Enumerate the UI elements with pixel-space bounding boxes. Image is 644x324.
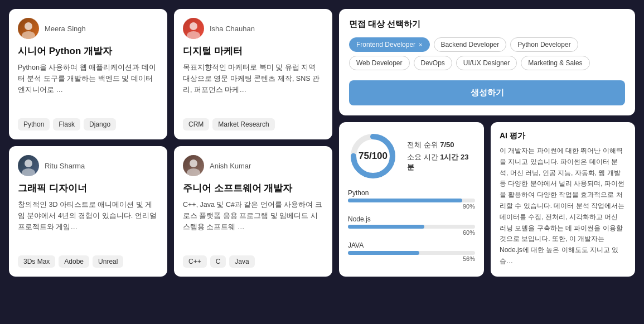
- card-anish: Anish Kumar 주니어 소프트웨어 개발자 C++, Java 및 C#…: [174, 146, 332, 277]
- svg-point-4: [25, 159, 32, 167]
- chip-frontend-developer[interactable]: Frontend Developer ×: [349, 37, 430, 52]
- card-desc: C++, Java 및 C#과 같은 언어를 사용하여 크로스 플랫폼 응용 프…: [183, 199, 323, 249]
- person-name: Meera Singh: [45, 25, 86, 33]
- card-header: Meera Singh: [18, 18, 158, 39]
- chip-ui/ux-designer[interactable]: UI/UX Designer: [456, 56, 517, 70]
- card-header: Isha Chauhan: [183, 18, 323, 39]
- tag: C: [210, 255, 226, 268]
- generate-button[interactable]: 생성하기: [349, 80, 625, 105]
- chip-web-developer[interactable]: Web Developer: [349, 56, 410, 70]
- tag: Adobe: [59, 255, 89, 268]
- donut-chart: 75/100: [348, 131, 398, 181]
- right-panel: 면접 대상 선택하기 Frontend Developer ×Backend D…: [339, 9, 635, 277]
- card-isha: Isha Chauhan 디지털 마케터 목표지향적인 마케터로 북미 및 유럽…: [174, 9, 332, 139]
- svg-point-6: [190, 159, 197, 167]
- avatar: [18, 155, 39, 176]
- skill-pct: 56%: [348, 255, 475, 262]
- bottom-row: 75/100 전체 순위 7/50 소요 시간 1시간 23분 Pytho: [339, 122, 635, 277]
- skill-label: JAVA: [348, 241, 475, 249]
- rank-info: 전체 순위 7/50 소요 시간 1시간 23분: [407, 140, 475, 172]
- skill-bar-fill: [348, 199, 462, 202]
- skill-label: Node.js: [348, 215, 475, 223]
- person-name: Anish Kumar: [210, 162, 251, 170]
- tag: Java: [229, 255, 254, 268]
- skill-bar-java: JAVA 56%: [348, 241, 475, 262]
- card-title: 주니어 소프트웨어 개발자: [183, 182, 323, 195]
- tags: CRMMarket Research: [183, 118, 323, 130]
- ai-text: 이 개발자는 파이썬에 대한 뛰어난 이해력을 지니고 있습니다. 파이썬은 데…: [500, 146, 626, 267]
- card-header: Ritu Sharma: [18, 155, 158, 176]
- tags: 3Ds MaxAdobeUnreal: [18, 255, 158, 268]
- tag: 3Ds Max: [18, 255, 55, 268]
- tags: PythonFlaskDjango: [18, 118, 158, 130]
- score-top: 75/100 전체 순위 7/50 소요 시간 1시간 23분: [348, 131, 475, 181]
- tags: C++CJava: [183, 255, 323, 268]
- skill-bar-bg: [348, 225, 475, 229]
- skill-bar-node.js: Node.js 60%: [348, 215, 475, 236]
- svg-point-7: [187, 168, 200, 176]
- chip-marketing-&-sales[interactable]: Marketing & Sales: [521, 56, 589, 70]
- tag: Market Research: [212, 118, 274, 130]
- left-panel: Meera Singh 시니어 Python 개발자 Python을 사용하여 …: [9, 9, 332, 277]
- chip-python-developer[interactable]: Python Developer: [510, 37, 578, 52]
- interview-card: 면접 대상 선택하기 Frontend Developer ×Backend D…: [339, 9, 635, 115]
- skill-bar-fill: [348, 225, 424, 229]
- tag: CRM: [183, 118, 209, 130]
- chip-devops[interactable]: DevOps: [414, 56, 452, 70]
- svg-point-5: [22, 168, 35, 176]
- avatar: [183, 155, 204, 176]
- person-name: Isha Chauhan: [210, 25, 255, 33]
- svg-point-2: [190, 22, 197, 30]
- rank-total: 전체 순위 7/50: [407, 140, 475, 150]
- tag: C++: [183, 255, 207, 268]
- card-title: 그래픽 디자이너: [18, 182, 158, 195]
- card-title: 디지털 마케터: [183, 45, 323, 57]
- tag: Python: [18, 118, 50, 130]
- skill-bar-bg: [348, 251, 475, 255]
- skill-pct: 90%: [348, 203, 475, 210]
- tag: Unreal: [93, 255, 123, 268]
- score-label: 75/100: [359, 151, 388, 162]
- skill-bars: Python 90% Node.js 60% JAVA 56%: [348, 189, 475, 262]
- card-meera: Meera Singh 시니어 Python 개발자 Python을 사용하여 …: [9, 9, 167, 139]
- skill-pct: 60%: [348, 229, 475, 236]
- score-card: 75/100 전체 순위 7/50 소요 시간 1시간 23분 Pytho: [339, 122, 484, 277]
- skill-bar-bg: [348, 199, 475, 202]
- svg-point-0: [25, 22, 32, 30]
- card-ritu: Ritu Sharma 그래픽 디자이너 창의적인 3D 아티스트로 애니메이션…: [9, 146, 167, 277]
- card-desc: Python을 사용하여 웹 애플리케이션과 데이터 분석 도구를 개발하는 백…: [18, 62, 158, 112]
- avatar: [183, 18, 204, 39]
- card-header: Anish Kumar: [183, 155, 323, 176]
- chips-row: Frontend Developer ×Backend DeveloperPyt…: [349, 37, 625, 70]
- card-title: 시니어 Python 개발자: [18, 45, 158, 57]
- chip-backend-developer[interactable]: Backend Developer: [434, 37, 507, 52]
- tag: Django: [84, 118, 116, 130]
- svg-point-3: [187, 31, 200, 39]
- skill-bar-python: Python 90%: [348, 189, 475, 210]
- tag: Flask: [53, 118, 80, 130]
- card-desc: 창의적인 3D 아티스트로 애니메이션 및 게임 분야에서 4년의 경험이 있습…: [18, 199, 158, 249]
- main-container: Meera Singh 시니어 Python 개발자 Python을 사용하여 …: [9, 9, 635, 277]
- chip-close-icon[interactable]: ×: [419, 41, 422, 48]
- person-name: Ritu Sharma: [45, 162, 85, 170]
- skill-bar-fill: [348, 251, 419, 255]
- rank-time: 소요 시간 1시간 23분: [407, 152, 475, 172]
- avatar: [18, 18, 39, 39]
- ai-card: AI 평가 이 개발자는 파이썬에 대한 뛰어난 이해력을 지니고 있습니다. …: [491, 122, 635, 277]
- svg-point-1: [22, 31, 35, 39]
- ai-title: AI 평가: [500, 131, 626, 141]
- card-desc: 목표지향적인 마케터로 북미 및 유럽 지역 대상으로 영문 마케팅 콘텐츠 제…: [183, 62, 323, 112]
- skill-label: Python: [348, 189, 475, 197]
- interview-title: 면접 대상 선택하기: [349, 19, 625, 30]
